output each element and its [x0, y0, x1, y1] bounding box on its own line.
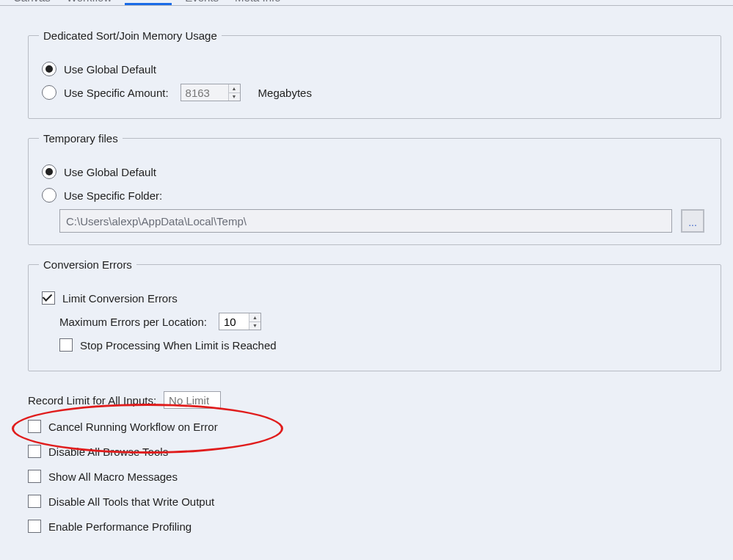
runtime-options: Record Limit for All Inputs: Cancel Runn… — [28, 390, 721, 536]
memory-specific-amount-label: Use Specific Amount: — [64, 87, 169, 99]
show-macro-messages-label: Show All Macro Messages — [48, 470, 178, 483]
temp-specific-folder-radio[interactable] — [42, 188, 56, 203]
limit-conversion-errors-checkbox[interactable] — [42, 291, 55, 305]
disable-write-output-checkbox[interactable] — [28, 495, 41, 508]
performance-profiling-label: Enable Performance Profiling — [48, 520, 192, 533]
tab-runtime[interactable]: Runtime — [125, 0, 172, 5]
temp-specific-folder-label: Use Specific Folder: — [64, 189, 162, 202]
memory-usage-legend: Dedicated Sort/Join Memory Usage — [39, 29, 222, 42]
memory-specific-amount-radio[interactable] — [42, 85, 56, 100]
tab-canvas[interactable]: Canvas — [10, 0, 54, 5]
limit-conversion-errors-label: Limit Conversion Errors — [62, 292, 178, 305]
memory-amount-spinner[interactable]: ▲ ▼ — [180, 84, 241, 101]
performance-profiling-checkbox[interactable] — [28, 520, 41, 533]
max-errors-label: Maximum Errors per Location: — [59, 316, 207, 328]
spinner-down-icon[interactable]: ▼ — [249, 322, 260, 330]
ellipsis-icon: ... — [688, 217, 697, 228]
memory-usage-group: Dedicated Sort/Join Memory Usage Use Glo… — [28, 29, 721, 119]
spinner-down-icon[interactable]: ▼ — [229, 93, 240, 101]
spinner-up-icon[interactable]: ▲ — [229, 84, 240, 93]
disable-write-output-label: Disable All Tools that Write Output — [48, 495, 214, 508]
max-errors-input[interactable] — [219, 313, 249, 330]
temp-global-default-radio[interactable] — [42, 164, 56, 179]
temp-global-default-label: Use Global Default — [64, 166, 156, 178]
disable-browse-tools-checkbox[interactable] — [28, 445, 41, 458]
memory-global-default-radio[interactable] — [42, 62, 56, 76]
memory-global-default-label: Use Global Default — [64, 63, 156, 76]
stop-processing-checkbox[interactable] — [59, 338, 73, 352]
memory-unit-label: Megabytes — [258, 87, 312, 99]
tab-meta-info[interactable]: Meta Info — [232, 0, 284, 5]
temp-files-group: Temporary files Use Global Default Use S… — [28, 132, 721, 245]
spinner-up-icon[interactable]: ▲ — [249, 313, 260, 322]
conversion-errors-legend: Conversion Errors — [39, 258, 136, 271]
tab-events[interactable]: Events — [182, 0, 222, 5]
browse-folder-button[interactable]: ... — [681, 209, 704, 233]
max-errors-spinner[interactable]: ▲ ▼ — [219, 313, 261, 330]
memory-amount-input[interactable] — [181, 84, 228, 101]
tab-workflow[interactable]: Workflow — [64, 0, 114, 5]
cancel-on-error-checkbox[interactable] — [28, 420, 41, 433]
conversion-errors-group: Conversion Errors Limit Conversion Error… — [28, 258, 721, 371]
stop-processing-label: Stop Processing When Limit is Reached — [80, 339, 277, 352]
show-macro-messages-checkbox[interactable] — [28, 470, 41, 483]
record-limit-input[interactable] — [164, 391, 221, 409]
temp-folder-path-input[interactable] — [59, 209, 672, 233]
disable-browse-tools-label: Disable All Browse Tools — [48, 446, 168, 458]
temp-files-legend: Temporary files — [39, 132, 123, 145]
config-tabs: Canvas Workflow Runtime Events Meta Info — [0, 0, 733, 6]
runtime-page: Dedicated Sort/Join Memory Usage Use Glo… — [0, 6, 733, 536]
cancel-on-error-label: Cancel Running Workflow on Error — [48, 421, 218, 433]
record-limit-label: Record Limit for All Inputs: — [28, 394, 156, 407]
